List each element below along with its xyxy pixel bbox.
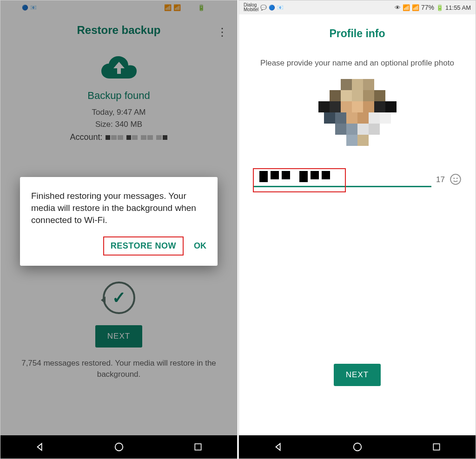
eye-icon: 👁 — [395, 4, 401, 11]
svg-point-3 — [453, 177, 455, 179]
carrier-label-2: Mobitel — [244, 7, 258, 12]
whatsapp-icon: 💬 — [260, 5, 267, 11]
nav-recent-icon[interactable] — [193, 442, 203, 452]
android-navbar — [239, 435, 476, 459]
restore-dialog: Finished restoring your messages. Your m… — [20, 177, 218, 266]
phone-left: Dialog Mobitel 🔵 📧 👁 📶 📶 77% 🔋 11:54 AM … — [0, 0, 238, 459]
next-button[interactable]: NEXT — [334, 364, 381, 386]
profile-photo[interactable] — [239, 79, 476, 158]
nav-recent-icon[interactable] — [432, 442, 441, 452]
name-input[interactable] — [253, 171, 431, 187]
android-navbar — [0, 435, 237, 459]
battery-pct: 77% — [421, 4, 434, 11]
ok-button[interactable]: OK — [194, 241, 206, 251]
profile-subtitle: Please provide your name and an optional… — [253, 58, 462, 69]
restore-now-button[interactable]: RESTORE NOW — [103, 236, 184, 256]
nav-home-icon[interactable] — [352, 442, 363, 452]
nav-back-icon[interactable] — [273, 442, 284, 452]
profile-info-title: Profile info — [239, 27, 476, 40]
dialog-message: Finished restoring your messages. Your m… — [31, 190, 206, 226]
signal-icon: 📶 — [403, 4, 410, 11]
notif-icon-2: 📧 — [277, 5, 284, 11]
svg-rect-6 — [433, 444, 439, 450]
signal-icon-2: 📶 — [412, 4, 419, 11]
nav-back-icon[interactable] — [35, 442, 45, 452]
clock-label: 11:55 AM — [445, 4, 471, 11]
nav-home-icon[interactable] — [114, 442, 124, 452]
svg-rect-1 — [195, 444, 201, 450]
svg-point-4 — [456, 177, 458, 179]
battery-icon: 🔋 — [436, 4, 443, 11]
svg-point-5 — [354, 443, 362, 451]
char-count: 17 — [436, 175, 445, 184]
notif-icon: 🔵 — [269, 5, 275, 11]
svg-point-0 — [115, 443, 123, 451]
status-bar: Dialog Mobitel 💬 🔵 📧 👁 📶 📶 77% 🔋 11:55 A… — [239, 0, 476, 14]
svg-point-2 — [450, 174, 461, 184]
emoji-icon[interactable] — [450, 173, 462, 185]
phone-right: Dialog Mobitel 💬 🔵 📧 👁 📶 📶 77% 🔋 11:55 A… — [238, 0, 476, 459]
